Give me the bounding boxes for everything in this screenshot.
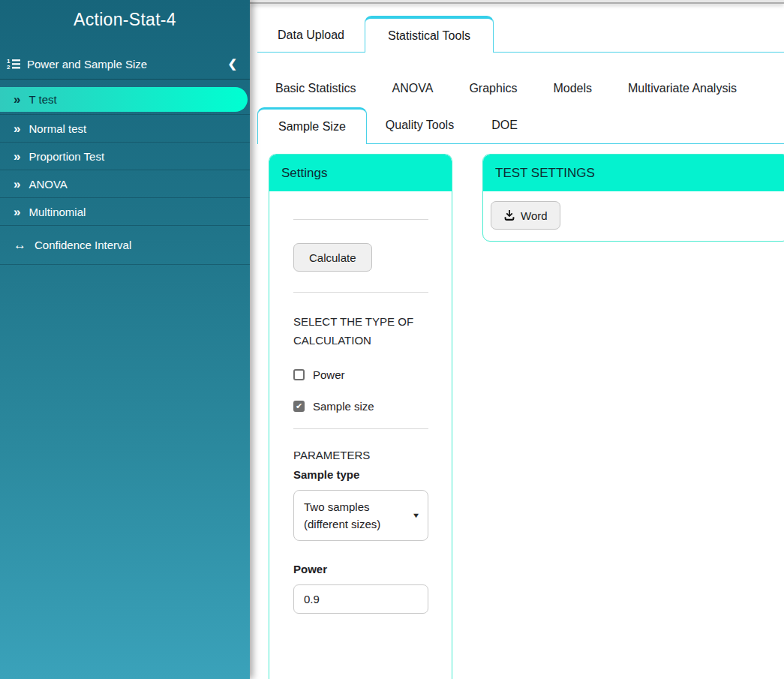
tab-data-upload[interactable]: Data Upload xyxy=(257,19,365,53)
sidebar-item-t-test[interactable]: » T test xyxy=(0,87,248,112)
sidebar-item-multinomial[interactable]: » Multinomial xyxy=(0,198,250,226)
settings-panel: Settings Calculate SELECT THE TYPE OF CA… xyxy=(269,154,452,679)
sidebar-item-label: T test xyxy=(29,93,56,106)
check-icon: ✔ xyxy=(296,402,302,410)
power-checkbox[interactable]: ✔ xyxy=(293,369,305,380)
sidebar-section-power-and-sample-size[interactable]: 1 2 Power and Sample Size ❮ xyxy=(0,50,250,77)
sidebar-item-confidence-interval[interactable]: ↔ Confidence Interval xyxy=(0,226,250,265)
subtab-doe[interactable]: DOE xyxy=(473,119,536,132)
power-input[interactable] xyxy=(293,584,428,614)
sidebar-item-label: Confidence Interval xyxy=(35,239,131,251)
sidebar-item-normal-test[interactable]: » Normal test xyxy=(0,115,250,143)
tool-tabs-row2: Sample Size Quality Tools DOE xyxy=(257,107,784,144)
main-tabs: Data Upload Statistical Tools xyxy=(257,16,784,53)
power-checkbox-row[interactable]: ✔ Power xyxy=(293,368,428,381)
double-chevron-right-icon: » xyxy=(14,178,20,191)
subtab-graphics[interactable]: Graphics xyxy=(451,82,535,95)
divider xyxy=(293,292,428,293)
power-field-label: Power xyxy=(293,563,428,575)
sample-type-label: Sample type xyxy=(293,468,428,481)
subtab-anova[interactable]: ANOVA xyxy=(374,82,452,95)
left-right-arrow-icon: ↔ xyxy=(14,239,26,251)
tab-strip-filler xyxy=(494,19,784,53)
subtab-basic-statistics[interactable]: Basic Statistics xyxy=(257,82,374,95)
double-chevron-right-icon: » xyxy=(14,122,20,135)
settings-panel-body: Calculate SELECT THE TYPE OF CALCULATION… xyxy=(269,191,452,629)
download-icon xyxy=(503,209,515,221)
app-title: Action-Stat-4 xyxy=(0,0,250,41)
divider xyxy=(293,428,428,429)
word-download-button[interactable]: Word xyxy=(491,201,560,230)
calculate-button[interactable]: Calculate xyxy=(293,243,372,272)
word-button-label: Word xyxy=(521,209,548,222)
double-chevron-right-icon: » xyxy=(14,93,20,106)
double-chevron-right-icon: » xyxy=(14,206,20,218)
test-settings-panel-header: TEST SETTINGS xyxy=(483,155,784,191)
subtab-quality-tools[interactable]: Quality Tools xyxy=(367,119,473,132)
sidebar-item-anova[interactable]: » ANOVA xyxy=(0,170,250,198)
double-chevron-right-icon: » xyxy=(14,150,20,163)
tool-tabs-row1: Basic Statistics ANOVA Graphics Models M… xyxy=(257,70,784,107)
sample-size-checkbox-label: Sample size xyxy=(313,400,374,413)
test-settings-panel-body: Word xyxy=(483,191,784,239)
sidebar-item-label: Proportion Test xyxy=(29,150,104,163)
sidebar-item-proportion-test[interactable]: » Proportion Test xyxy=(0,143,250,170)
panels-row: Settings Calculate SELECT THE TYPE OF CA… xyxy=(269,154,784,679)
top-toolbar xyxy=(250,0,784,4)
sample-size-checkbox[interactable]: ✔ xyxy=(293,401,305,412)
collapse-chevron-icon[interactable]: ❮ xyxy=(227,57,237,71)
subtab-multivariate-analysis[interactable]: Multivariate Analysis xyxy=(610,82,755,95)
sidebar-item-label: ANOVA xyxy=(29,178,67,191)
sidebar-menu: » T test » Normal test » Proportion Test… xyxy=(0,79,250,265)
subtab-sample-size[interactable]: Sample Size xyxy=(257,107,367,144)
divider xyxy=(293,219,428,220)
sample-type-select[interactable]: Two samples (different sizes) ▼ xyxy=(293,490,428,541)
power-checkbox-label: Power xyxy=(313,368,345,381)
sidebar-item-label: Normal test xyxy=(29,122,86,135)
tab-statistical-tools[interactable]: Statistical Tools xyxy=(365,16,494,53)
sidebar-section-label: Power and Sample Size xyxy=(27,58,147,71)
caret-down-icon: ▼ xyxy=(412,507,421,524)
subtab-strip-filler: Quality Tools DOE xyxy=(367,107,784,144)
settings-panel-header: Settings xyxy=(269,155,452,191)
calculation-type-heading: SELECT THE TYPE OF CALCULATION xyxy=(293,312,428,350)
test-settings-panel: TEST SETTINGS Word xyxy=(482,154,784,242)
sidebar: Action-Stat-4 1 2 Power and Sample Size … xyxy=(0,0,250,679)
main-area: Data Upload Statistical Tools Basic Stat… xyxy=(250,0,784,679)
sample-size-checkbox-row[interactable]: ✔ Sample size xyxy=(293,400,428,413)
content-area: Data Upload Statistical Tools Basic Stat… xyxy=(250,4,784,679)
app-window: Action-Stat-4 1 2 Power and Sample Size … xyxy=(0,0,784,679)
ordered-list-icon: 1 2 xyxy=(7,58,20,70)
sample-type-value: Two samples (different sizes) xyxy=(304,500,380,530)
svg-text:2: 2 xyxy=(7,64,11,70)
subtab-models[interactable]: Models xyxy=(535,82,610,95)
sidebar-item-label: Multinomial xyxy=(29,206,86,218)
parameters-heading: PARAMETERS xyxy=(293,449,428,461)
